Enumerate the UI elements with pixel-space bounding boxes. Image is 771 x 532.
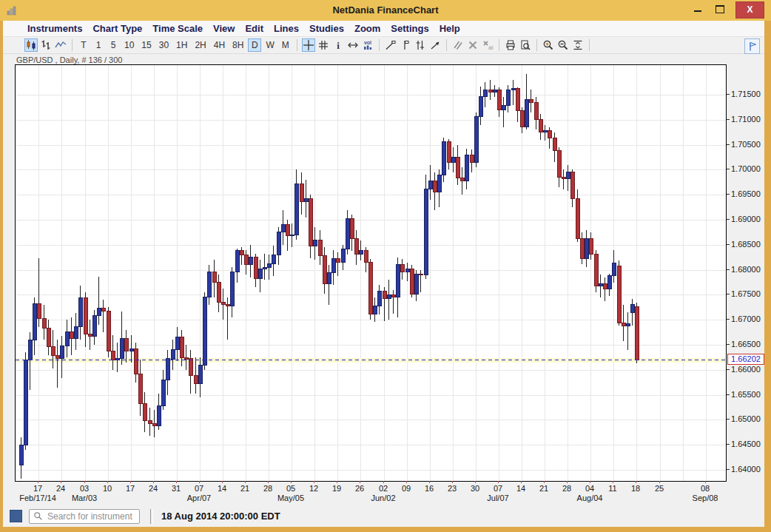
- date-tick: [613, 481, 613, 483]
- print-preview-button[interactable]: [519, 38, 532, 52]
- timeframe-30-button[interactable]: 30: [156, 38, 172, 52]
- fit-price-scale-button[interactable]: [571, 38, 585, 52]
- parallel-lines-button[interactable]: [451, 38, 465, 52]
- date-axis-label: 17: [25, 484, 50, 493]
- date-tick: [222, 481, 223, 483]
- maximize-icon: [716, 5, 724, 13]
- grid-button[interactable]: [317, 38, 330, 52]
- price-axis-label: 1.67500: [731, 289, 761, 298]
- close-button[interactable]: X: [735, 1, 764, 18]
- price-axis-label: 1.71500: [731, 90, 761, 98]
- price-axis[interactable]: 1.66202 1.715001.710001.705001.700001.69…: [727, 64, 764, 480]
- month-axis-label: Jun/02: [354, 494, 413, 502]
- trend-line-button[interactable]: [384, 38, 397, 52]
- date-tick: [360, 481, 360, 483]
- timeframe-D-button[interactable]: D: [248, 38, 261, 52]
- info-button[interactable]: i: [331, 38, 345, 52]
- volume-button[interactable]: vol: [361, 38, 374, 52]
- price-axis-label: 1.68000: [731, 265, 761, 274]
- timeframe-8H-button[interactable]: 8H: [229, 38, 246, 52]
- date-tick: [590, 481, 590, 483]
- price-tick: [727, 419, 730, 420]
- date-axis-label: 31: [164, 484, 189, 493]
- maximize-button[interactable]: [710, 1, 730, 17]
- crosshair-button[interactable]: [302, 38, 315, 52]
- date-axis-label: 14: [209, 484, 235, 493]
- timeframe-W-button[interactable]: W: [263, 38, 277, 52]
- vertical-line-button[interactable]: [399, 38, 412, 52]
- timeframe-15-button[interactable]: 15: [138, 38, 154, 52]
- price-axis-label: 1.68500: [731, 240, 761, 249]
- delete-all-button[interactable]: all: [481, 38, 494, 52]
- date-axis-label: 03: [72, 484, 97, 493]
- date-tick: [705, 481, 706, 483]
- price-tick: [727, 369, 730, 370]
- date-axis-label: 19: [324, 484, 349, 493]
- title-bar[interactable]: NetDania FinanceChart X: [0, 0, 771, 21]
- date-tick: [314, 481, 314, 483]
- price-tick: [727, 294, 730, 294]
- menu-lines[interactable]: Lines: [269, 21, 304, 34]
- toolbar-separator: [589, 39, 590, 51]
- timeframe-1H-button[interactable]: 1H: [173, 38, 190, 52]
- toolbar-separator: [379, 39, 380, 51]
- scroll-horizontal-button[interactable]: [346, 38, 360, 52]
- toolbar: T151015301H2H4H8HDWMivolall: [3, 37, 764, 54]
- line-chart-button[interactable]: [54, 38, 67, 52]
- search-box[interactable]: [29, 509, 140, 524]
- channel-button[interactable]: [414, 38, 427, 52]
- date-axis-label: 05: [278, 484, 303, 493]
- timeframe-5-button[interactable]: 5: [107, 38, 120, 52]
- print-button[interactable]: [504, 38, 517, 52]
- time-axis[interactable]: 1724031017243107142128051219260209162330…: [15, 481, 747, 505]
- candlestick-chart-button[interactable]: [24, 38, 38, 52]
- menu-settings[interactable]: Settings: [386, 21, 434, 34]
- price-axis-label: 1.67000: [731, 314, 761, 323]
- date-tick: [659, 481, 660, 483]
- instrument-list-button[interactable]: [10, 510, 22, 522]
- menu-zoom[interactable]: Zoom: [349, 21, 386, 34]
- menu-help[interactable]: Help: [434, 21, 465, 34]
- search-icon: [33, 511, 43, 521]
- date-tick: [452, 481, 453, 483]
- timeframe-1-button[interactable]: 1: [92, 38, 105, 52]
- timeframe-2H-button[interactable]: 2H: [192, 38, 209, 52]
- menu-view[interactable]: View: [208, 21, 240, 34]
- date-axis-label: 28: [554, 484, 579, 493]
- svg-text:vol: vol: [364, 40, 371, 45]
- delete-selected-button[interactable]: [466, 38, 479, 52]
- date-axis-label: 09: [394, 484, 419, 493]
- chart-plot[interactable]: [15, 64, 727, 482]
- pin-chart-button[interactable]: [744, 38, 760, 54]
- timeframe-T-button[interactable]: T: [77, 38, 90, 52]
- timeframe-4H-button[interactable]: 4H: [211, 38, 228, 52]
- ohlc-bars-button[interactable]: [39, 38, 53, 52]
- zoom-in-button[interactable]: [542, 38, 555, 52]
- statusbar-separator: [150, 509, 153, 524]
- timeframe-M-button[interactable]: M: [279, 38, 292, 52]
- toolbar-separator: [499, 39, 499, 51]
- arrow-line-button[interactable]: [428, 38, 442, 52]
- price-tick: [727, 344, 730, 345]
- date-axis-label: 28: [255, 484, 280, 493]
- price-tick: [727, 169, 730, 169]
- date-tick: [475, 481, 476, 483]
- date-tick: [636, 481, 636, 483]
- date-axis-label: 02: [371, 484, 396, 493]
- date-axis-label: 24: [48, 484, 73, 493]
- zoom-out-button[interactable]: [556, 38, 570, 52]
- menu-studies[interactable]: Studies: [304, 21, 349, 34]
- price-axis-label: 1.66000: [731, 365, 761, 374]
- price-axis-label: 1.65500: [731, 390, 761, 399]
- menu-edit[interactable]: Edit: [240, 21, 269, 34]
- menu-instruments[interactable]: Instruments: [22, 21, 87, 34]
- minimize-button[interactable]: [688, 1, 707, 17]
- timeframe-10-button[interactable]: 10: [121, 38, 137, 52]
- window-title: NetDania FinanceChart: [0, 0, 771, 21]
- date-axis-label: 23: [440, 484, 465, 493]
- date-axis-label: 21: [232, 484, 257, 493]
- search-input[interactable]: [46, 511, 136, 522]
- menu-chart-type[interactable]: Chart Type: [87, 21, 147, 34]
- menu-time-scale[interactable]: Time Scale: [147, 21, 208, 34]
- svg-text:i: i: [337, 40, 340, 51]
